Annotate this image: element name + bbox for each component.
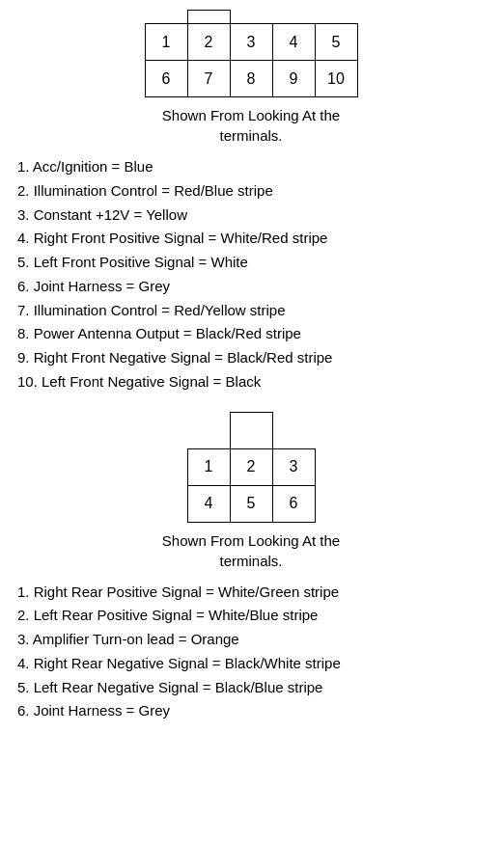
caption-2-line1: Shown From Looking At the xyxy=(162,532,340,549)
list-item: 2. Illumination Control = Red/Blue strip… xyxy=(17,179,485,203)
table-row-4: 4 5 6 xyxy=(187,485,315,522)
table-row-3: 1 2 3 xyxy=(187,448,315,485)
section-1: 1 2 3 4 5 6 7 8 9 10 Shown From Looking … xyxy=(10,10,492,394)
tab-spacer-right3 xyxy=(315,11,357,24)
tab-cell xyxy=(187,11,230,24)
pin-s2: 2 xyxy=(230,448,272,485)
pin-s5: 5 xyxy=(230,485,272,522)
list-item: 3. Amplifier Turn-on lead = Orange xyxy=(17,628,485,652)
connector-table-2: 1 2 3 4 5 6 xyxy=(187,412,316,523)
table-wrapper-2: 1 2 3 4 5 6 xyxy=(10,412,492,523)
pin-list-1: 1. Acc/Ignition = Blue 2. Illumination C… xyxy=(10,155,492,394)
pin-s4: 4 xyxy=(187,485,230,522)
section-2: 1 2 3 4 5 6 Shown From Looking At the te… xyxy=(10,412,492,724)
pin-8: 8 xyxy=(230,61,272,97)
list-item: 1. Right Rear Positive Signal = White/Gr… xyxy=(17,581,485,605)
list-item: 8. Power Antenna Output = Black/Red stri… xyxy=(17,322,485,346)
pin-s6: 6 xyxy=(272,485,315,522)
list-item: 10. Left Front Negative Signal = Black xyxy=(17,370,485,394)
pin-4: 4 xyxy=(272,24,315,61)
list-item: 6. Joint Harness = Grey xyxy=(17,699,485,723)
list-item: 5. Left Front Positive Signal = White xyxy=(17,251,485,275)
list-item: 1. Acc/Ignition = Blue xyxy=(17,155,485,179)
caption-1: Shown From Looking At the terminals. xyxy=(10,105,492,146)
table-wrapper-1: 1 2 3 4 5 6 7 8 9 10 xyxy=(10,10,492,97)
pin-2: 2 xyxy=(187,24,230,61)
list-item: 7. Illumination Control = Red/Yellow str… xyxy=(17,299,485,323)
list-item: 6. Joint Harness = Grey xyxy=(17,275,485,299)
list-item: 2. Left Rear Positive Signal = White/Blu… xyxy=(17,604,485,628)
pin-7: 7 xyxy=(187,61,230,97)
caption-2-line2: terminals. xyxy=(219,553,282,569)
pin-5: 5 xyxy=(315,24,357,61)
list-item: 5. Left Rear Negative Signal = Black/Blu… xyxy=(17,676,485,700)
pin-9: 9 xyxy=(272,61,315,97)
table-row-2: 6 7 8 9 10 xyxy=(145,61,357,97)
connector-table-1: 1 2 3 4 5 6 7 8 9 10 xyxy=(145,10,358,97)
pin-s1: 1 xyxy=(187,448,230,485)
list-item: 4. Right Rear Negative Signal = Black/Wh… xyxy=(17,652,485,676)
table-row-1: 1 2 3 4 5 xyxy=(145,24,357,61)
tab-spacer-right4 xyxy=(272,412,315,448)
caption-1-line2: terminals. xyxy=(219,127,282,144)
list-item: 9. Right Front Negative Signal = Black/R… xyxy=(17,346,485,370)
caption-1-line1: Shown From Looking At the xyxy=(162,107,340,123)
list-item: 4. Right Front Positive Signal = White/R… xyxy=(17,227,485,251)
caption-2: Shown From Looking At the terminals. xyxy=(10,530,492,571)
pin-list-2: 1. Right Rear Positive Signal = White/Gr… xyxy=(10,581,492,724)
tab-cell-2 xyxy=(230,412,272,448)
tab-row xyxy=(145,11,357,24)
pin-1: 1 xyxy=(145,24,187,61)
pin-6: 6 xyxy=(145,61,187,97)
tab-row-2 xyxy=(187,412,315,448)
pin-10: 10 xyxy=(315,61,357,97)
pin-3: 3 xyxy=(230,24,272,61)
tab-spacer-right2 xyxy=(272,11,315,24)
tab-spacer-left xyxy=(145,11,187,24)
tab-spacer-right xyxy=(230,11,272,24)
pin-s3: 3 xyxy=(272,448,315,485)
tab-spacer-left2 xyxy=(187,412,230,448)
list-item: 3. Constant +12V = Yellow xyxy=(17,203,485,228)
